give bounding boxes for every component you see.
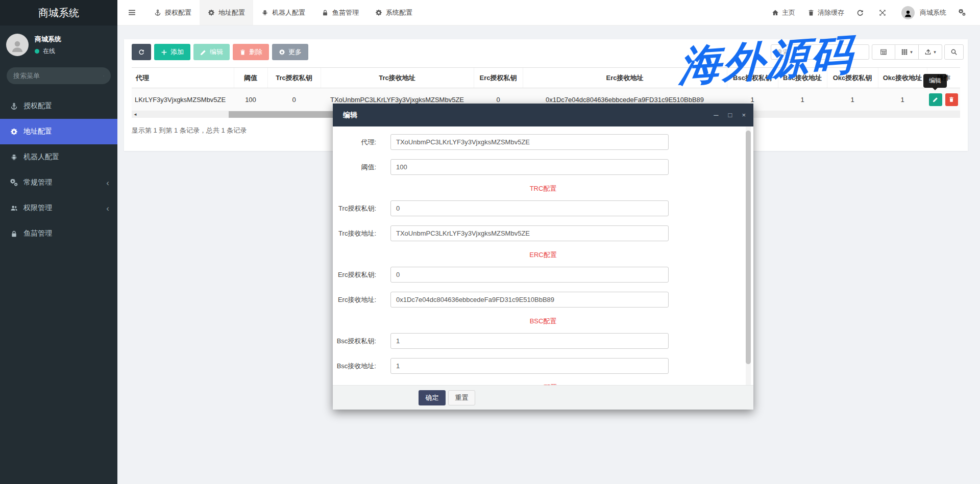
cogs-icon <box>959 9 966 16</box>
home-icon <box>772 9 779 16</box>
pencil-icon <box>200 49 207 56</box>
settings-menu-button[interactable] <box>959 9 969 16</box>
app-brand: 商城系统 <box>0 0 117 26</box>
more-button[interactable]: 更多 <box>272 44 308 60</box>
field-erc-key: Erc授权私钥: <box>333 267 753 283</box>
bsc-addr-input[interactable] <box>390 358 669 374</box>
row-delete-button[interactable] <box>945 93 959 106</box>
agent-input[interactable] <box>390 134 669 150</box>
dialog-body: 代理: 阈值: TRC配置 Trc授权私钥: Trc接收地址: ERC配置 Er… <box>333 126 753 385</box>
search-submit-button[interactable] <box>944 44 964 60</box>
erc-addr-input[interactable] <box>390 292 669 308</box>
home-link[interactable]: 主页 <box>772 8 795 17</box>
dialog-header[interactable]: 编辑 ─ □ × <box>333 104 753 126</box>
confirm-button[interactable]: 确定 <box>419 390 446 405</box>
field-trc-key: Trc授权私钥: <box>333 200 753 216</box>
export-dropdown-button[interactable]: ▾ <box>919 44 942 60</box>
close-icon[interactable]: × <box>742 112 746 118</box>
navbar-username[interactable]: 商城系统 <box>920 8 946 17</box>
caret-down-icon: ▾ <box>910 49 913 55</box>
edit-button[interactable]: 编辑 <box>193 44 230 60</box>
cell-agent: LKrLYF3y3VjxgksMZSMbv5ZE <box>132 88 234 111</box>
sidebar-toggle-button[interactable] <box>117 0 146 25</box>
delete-button[interactable]: 删除 <box>233 44 269 60</box>
col-okc-addr[interactable]: Okc接收地址 <box>878 68 927 88</box>
col-trc-key[interactable]: Trc授权私钥 <box>267 68 321 88</box>
sidebar-item-address-config[interactable]: 地址配置 <box>0 119 117 144</box>
tab-robot-config[interactable]: 机器人配置 <box>253 0 313 25</box>
col-okc-key[interactable]: Okc授权私钥 <box>827 68 878 88</box>
top-navbar: 授权配置 地址配置 机器人配置 鱼苗管理 系统配置 主页 清除缓存 商城系统 <box>117 0 980 26</box>
sidebar-item-robot-config[interactable]: 机器人配置 <box>0 144 117 170</box>
bsc-key-input[interactable] <box>390 333 669 349</box>
tab-auth-config[interactable]: 授权配置 <box>146 0 200 25</box>
sidebar-item-general-manage[interactable]: 常规管理‹ <box>0 170 117 195</box>
threshold-input[interactable] <box>390 159 669 175</box>
field-trc-addr: Trc接收地址: <box>333 225 753 241</box>
col-trc-addr[interactable]: Trc接收地址 <box>321 68 474 88</box>
sidebar-item-auth-config[interactable]: 授权配置 <box>0 93 117 119</box>
col-threshold[interactable]: 阈值 <box>234 68 267 88</box>
tab-fry-manage[interactable]: 鱼苗管理 <box>313 0 367 25</box>
person-icon <box>903 9 913 18</box>
erc-key-input[interactable] <box>390 267 669 283</box>
search-icon <box>103 72 104 80</box>
sidebar-item-permission-manage[interactable]: 权限管理‹ <box>0 195 117 221</box>
table-header-row: 代理 阈值 Trc授权私钥 Trc接收地址 Erc授权私钥 Erc接收地址 Bs… <box>132 68 960 88</box>
reset-button[interactable]: 重置 <box>448 390 475 405</box>
section-trc: TRC配置 <box>333 184 753 192</box>
toggle-view-button[interactable] <box>872 44 895 60</box>
edit-dialog: 编辑 ─ □ × 代理: 阈值: TRC配置 Trc授权私钥: Trc接收地址:… <box>333 104 753 410</box>
cell-okc-key: 1 <box>827 88 878 111</box>
field-agent: 代理: <box>333 134 753 150</box>
sidebar-search-input[interactable] <box>13 72 103 80</box>
search-icon <box>950 48 958 56</box>
caret-down-icon: ▾ <box>934 49 936 55</box>
trash-icon <box>239 49 246 56</box>
export-icon <box>924 48 932 56</box>
scroll-left-arrow-icon[interactable]: ◄ <box>132 111 139 118</box>
edit-tooltip: 编辑 <box>923 74 947 88</box>
trc-key-input[interactable] <box>390 200 669 216</box>
refresh-page-button[interactable] <box>856 9 867 16</box>
clear-cache-link[interactable]: 清除缓存 <box>807 8 844 17</box>
col-agent[interactable]: 代理 <box>132 68 234 88</box>
maximize-icon[interactable]: □ <box>728 112 732 118</box>
fullscreen-button[interactable] <box>879 9 889 16</box>
person-icon <box>10 39 25 54</box>
anchor-icon <box>154 9 161 16</box>
tab-address-config[interactable]: 地址配置 <box>200 0 253 25</box>
col-erc-key[interactable]: Erc授权私钥 <box>474 68 523 88</box>
gear-icon <box>208 9 215 16</box>
add-button[interactable]: 添加 <box>154 44 190 60</box>
table-search-input[interactable] <box>771 44 869 60</box>
toolbar: 添加 编辑 删除 更多 <box>132 44 311 60</box>
profile-status: 在线 <box>35 47 61 56</box>
trash-icon <box>948 96 954 103</box>
sidebar-search <box>7 67 111 84</box>
trc-addr-input[interactable] <box>390 225 669 241</box>
profile-name: 商城系统 <box>35 35 61 44</box>
avatar <box>6 34 29 56</box>
col-erc-addr[interactable]: Erc接收地址 <box>523 68 727 88</box>
columns-dropdown-button[interactable]: ▾ <box>895 44 919 60</box>
refresh-icon <box>856 9 864 16</box>
users-icon <box>10 205 18 212</box>
chevron-left-icon: ‹ <box>106 179 109 187</box>
row-edit-button[interactable] <box>929 93 942 106</box>
col-bsc-addr[interactable]: Bsc接收地址 <box>778 68 827 88</box>
refresh-icon <box>138 48 144 56</box>
tab-system-config[interactable]: 系统配置 <box>367 0 421 25</box>
sidebar-item-fry-manage[interactable]: 鱼苗管理 <box>0 221 117 246</box>
col-bsc-key[interactable]: Bsc授权私钥 <box>727 68 778 88</box>
navbar-avatar[interactable] <box>901 6 915 19</box>
pencil-icon <box>933 96 939 103</box>
section-okc: OKC配置 <box>333 383 753 385</box>
minimize-icon[interactable]: ─ <box>714 112 718 118</box>
online-dot <box>35 49 39 54</box>
refresh-button[interactable] <box>132 44 151 60</box>
dialog-scrollbar-thumb[interactable] <box>746 131 751 364</box>
gear-icon <box>279 49 285 56</box>
cell-trc-key: 0 <box>267 88 321 111</box>
gear-icon <box>375 9 382 16</box>
